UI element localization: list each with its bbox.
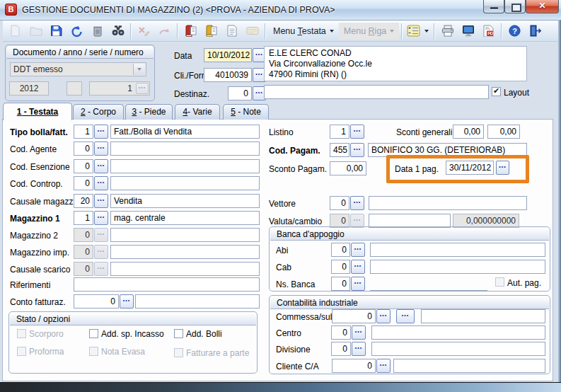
sconti-generali-field-1[interactable]: 0,00 — [453, 125, 484, 139]
document-serie-field[interactable] — [66, 81, 82, 96]
divisione-field[interactable]: 0 — [331, 342, 351, 356]
tab-varie[interactable]: 4- Varie — [175, 104, 220, 120]
print-button[interactable] — [437, 22, 458, 40]
cab-field[interactable]: 0 — [331, 260, 350, 274]
tab-corpo[interactable]: 2 - Corpo — [73, 104, 124, 120]
abi-lookup-button[interactable] — [351, 243, 365, 257]
tipo-bolla-lookup-button[interactable] — [94, 125, 108, 139]
centro-field[interactable]: 0 — [331, 325, 351, 340]
valuta-field[interactable]: 0 — [330, 214, 349, 228]
cab-lookup-button[interactable] — [351, 260, 365, 274]
magazzino2-field[interactable]: 0 — [74, 228, 93, 242]
data-field[interactable]: 10/10/2012 — [204, 48, 252, 62]
data-1-pag-lookup-button[interactable] — [496, 161, 509, 175]
new-document-button[interactable] — [5, 22, 25, 40]
export-pdf-button[interactable] — [478, 22, 499, 40]
title-bar: B GESTIONE DOCUMENTI DI MAGAZZINO (2) <P… — [0, 0, 561, 21]
destinaz-field[interactable]: 0 — [228, 86, 252, 100]
delete-button[interactable] — [87, 22, 108, 40]
magazzino2-lookup-button[interactable] — [94, 228, 108, 242]
cliente-ca-lookup-button[interactable] — [376, 359, 391, 373]
document-number-lookup-button[interactable] — [136, 83, 149, 94]
preview-button[interactable] — [458, 22, 478, 40]
menu-riga-button[interactable]: Menu Riga — [339, 23, 399, 40]
magazzino-imp-field[interactable]: 0 — [74, 245, 93, 259]
causale-scarico-lookup-button[interactable] — [94, 262, 108, 276]
document-type-combobox[interactable]: DDT emesso — [10, 62, 146, 76]
vettore-desc — [369, 196, 527, 210]
valuta-lookup-button[interactable] — [350, 214, 364, 228]
magazzino1-field[interactable]: 1 — [74, 211, 93, 225]
red-book-button[interactable] — [180, 22, 201, 40]
conto-fatturaz-field[interactable]: 0 — [74, 294, 119, 309]
cod-pagam-lookup-button[interactable] — [350, 143, 364, 157]
add-bolli-checkbox[interactable] — [174, 329, 183, 338]
cli-forn-field[interactable]: 4010039 — [204, 68, 252, 82]
listino-lookup-button[interactable] — [350, 125, 364, 139]
causale-scarico-field[interactable]: 0 — [74, 262, 93, 276]
document-year-field[interactable]: 2012 — [9, 81, 49, 96]
fatturare-a-parte-label: Fatturare a parte — [186, 348, 249, 358]
yellow-book-button[interactable] — [201, 22, 221, 40]
ns-banca-lookup-button[interactable] — [351, 277, 365, 291]
search-button[interactable] — [108, 22, 128, 40]
aut-pag-checkbox[interactable] — [495, 277, 504, 287]
layout-checkbox[interactable] — [492, 87, 501, 96]
cliente-ca-field[interactable]: 0 — [332, 359, 376, 373]
close-button[interactable]: ✕ — [526, 0, 559, 13]
cod-agente-desc — [110, 142, 260, 156]
save-button[interactable] — [46, 22, 66, 40]
scorporo-checkbox[interactable] — [17, 329, 26, 338]
cod-agente-field[interactable]: 0 — [74, 142, 93, 156]
app-icon: B — [5, 4, 17, 16]
menu-testata-button[interactable]: Menu Testata — [268, 23, 339, 40]
cod-agente-lookup-button[interactable] — [94, 142, 108, 156]
data-1-pag-field[interactable]: 30/11/2012 — [446, 161, 494, 175]
nota-evasa-checkbox[interactable] — [89, 347, 98, 356]
conto-fatturaz-lookup-button[interactable] — [120, 294, 134, 309]
row-options-button[interactable] — [405, 22, 422, 40]
sconto-pagam-field[interactable]: 0,00 — [330, 161, 366, 175]
commessa-field[interactable]: 0 — [332, 309, 376, 323]
tab-note[interactable]: 5 - Note — [223, 104, 269, 120]
exit-button[interactable] — [525, 22, 545, 40]
centro-lookup-button[interactable] — [352, 325, 366, 340]
restore-row-button[interactable] — [154, 22, 175, 40]
row-options-dropdown[interactable] — [422, 23, 432, 40]
sconti-generali-field-2[interactable]: 0,00 — [487, 125, 520, 139]
tab-piede[interactable]: 3 - Piede — [125, 104, 173, 120]
tipo-bolla-field[interactable]: 1 — [74, 125, 93, 139]
open-button[interactable] — [25, 22, 46, 40]
listino-field[interactable]: 1 — [330, 125, 349, 139]
subcommessa-lookup-button[interactable] — [396, 309, 415, 323]
commessa-lookup-button[interactable] — [376, 309, 391, 323]
document-number-field[interactable]: 1 — [89, 81, 150, 96]
cod-pagam-field[interactable]: 455 — [330, 143, 349, 157]
undo-button[interactable] — [66, 22, 87, 40]
abi-field[interactable]: 0 — [331, 243, 350, 257]
keyboard-button[interactable] — [242, 22, 262, 40]
magazzino1-lookup-button[interactable] — [94, 211, 108, 225]
causale-magazz-field[interactable]: 20 — [74, 194, 93, 208]
help-button[interactable]: ? — [504, 22, 525, 40]
causale-magazz-lookup-button[interactable] — [94, 194, 108, 208]
document-list-button[interactable] — [221, 22, 242, 40]
maximize-button[interactable] — [504, 0, 526, 13]
vettore-lookup-button[interactable] — [350, 196, 364, 210]
divisione-lookup-button[interactable] — [352, 342, 366, 356]
cod-esenzione-lookup-button[interactable] — [94, 159, 108, 173]
minimize-button[interactable] — [483, 0, 504, 13]
vettore-field[interactable]: 0 — [330, 196, 349, 210]
magazzino-imp-lookup-button[interactable] — [94, 245, 108, 259]
riferimenti-field[interactable] — [74, 277, 260, 292]
tab-testata[interactable]: 1 - Testata — [3, 103, 72, 120]
destination-description-field[interactable] — [264, 85, 489, 99]
cod-controp-field[interactable]: 0 — [74, 176, 93, 190]
ns-banca-field[interactable]: 0 — [331, 277, 350, 291]
cod-controp-lookup-button[interactable] — [94, 176, 108, 190]
add-sp-incasso-checkbox[interactable] — [89, 329, 98, 338]
discard-row-button[interactable] — [134, 22, 154, 40]
proforma-checkbox[interactable] — [17, 347, 26, 356]
fatturare-a-parte-checkbox[interactable] — [174, 348, 183, 357]
cod-esenzione-field[interactable]: 0 — [74, 159, 93, 173]
